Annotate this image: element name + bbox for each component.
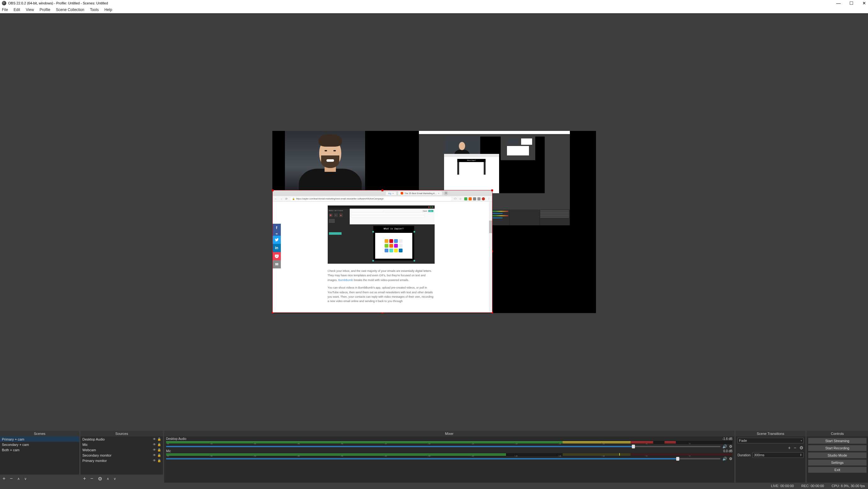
menu-scene-collection[interactable]: Scene Collection [56, 7, 84, 12]
source-webcam[interactable] [272, 131, 388, 191]
source-item[interactable]: Webcam 👁🔒 [81, 447, 163, 453]
studio-mode-button[interactable]: Studio Mode [808, 452, 867, 458]
mixer-dock: Mixer Desktop Audio -1.6 dB [164, 431, 734, 483]
menu-bar: File Edit View Profile Scene Collection … [0, 6, 868, 13]
duration-label: Duration [738, 453, 751, 457]
facebook-icon: f [273, 224, 281, 232]
url-text: https://zapier.com/learn/email-marketing… [296, 198, 384, 200]
browser-tab: ing× [386, 192, 396, 195]
sources-list[interactable]: Desktop Audio 👁🔒 Mic 👁🔒 Webcam 👁🔒 Second… [81, 436, 163, 474]
status-rec: REC: 00:00:00 [801, 484, 824, 488]
lock-icon[interactable]: 🔒 [157, 459, 161, 462]
menu-edit[interactable]: Edit [13, 7, 20, 12]
menu-tools[interactable]: Tools [90, 7, 99, 12]
scenes-header: Scenes [0, 431, 79, 436]
lock-icon[interactable]: 🔒 [157, 443, 161, 446]
menu-help[interactable]: Help [104, 7, 112, 12]
start-streaming-button[interactable]: Start Streaming [808, 438, 867, 444]
minimize-icon[interactable]: — [836, 1, 841, 6]
facebook-count: 42 [273, 232, 281, 236]
mixer-channel: Mic 0.0 dB -60-55-50-45-40-35-30-25-20-1… [166, 449, 733, 461]
channel-db: 0.0 dB [723, 449, 733, 453]
scenes-dock: Scenes Primary + cam Secondary + cam Bot… [0, 431, 79, 483]
scene-item[interactable]: Both + cam [0, 447, 79, 453]
maximize-icon[interactable]: ☐ [849, 1, 854, 6]
obs-logo-icon [2, 1, 6, 5]
add-scene-icon[interactable]: + [2, 476, 5, 482]
transitions-dock: Scene Transitions Fade ▾ + − ⚙ Duration … [736, 431, 805, 483]
add-transition-icon[interactable]: + [788, 445, 790, 450]
volume-slider[interactable] [166, 446, 720, 447]
duration-spinner[interactable]: 300ms ▲▼ [752, 452, 804, 458]
remove-source-icon[interactable]: − [90, 476, 93, 482]
source-up-icon[interactable]: ∧ [106, 477, 109, 481]
source-item[interactable]: Primary monitor 👁🔒 [81, 458, 163, 463]
resize-handle[interactable] [272, 190, 274, 191]
scrollbar [489, 202, 492, 313]
lock-icon: 🔒 [292, 198, 295, 200]
gear-icon[interactable]: ⚙ [729, 444, 733, 449]
audio-meter: -60-55-50-45-40-35-30-25-20-15-10-50 [166, 441, 733, 444]
forward-icon: → [280, 197, 283, 200]
source-properties-icon[interactable]: ⚙ [98, 476, 102, 482]
scene-up-icon[interactable]: ∧ [17, 477, 20, 481]
eye-icon[interactable]: 👁 [153, 454, 156, 457]
remove-transition-icon[interactable]: − [794, 445, 796, 450]
scene-down-icon[interactable]: ∨ [24, 477, 27, 481]
exit-button[interactable]: Exit [808, 467, 867, 473]
menu-file[interactable]: File [2, 7, 8, 12]
channel-name: Desktop Audio [166, 437, 186, 440]
scenes-list[interactable]: Primary + cam Secondary + cam Both + cam [0, 436, 79, 474]
mixer-header: Mixer [164, 431, 734, 436]
window-title: OBS 22.0.2 (64-bit, windows) - Profile: … [8, 1, 108, 5]
sources-dock: Sources Desktop Audio 👁🔒 Mic 👁🔒 Webcam 👁… [81, 431, 163, 483]
eye-icon[interactable]: 👁 [153, 448, 156, 452]
scene-item[interactable]: Secondary + cam [0, 442, 79, 447]
eye-icon[interactable]: 👁 [153, 459, 156, 462]
source-item[interactable]: Secondary monitor 👁🔒 [81, 453, 163, 458]
lock-icon[interactable]: 🔒 [157, 437, 161, 441]
settings-button[interactable]: Settings [808, 459, 867, 466]
speaker-icon[interactable]: 🔊 [722, 457, 727, 461]
source-item[interactable]: Desktop Audio 👁🔒 [81, 436, 163, 442]
linkedin-icon: in [273, 244, 281, 252]
source-item[interactable]: Mic 👁🔒 [81, 442, 163, 447]
source-down-icon[interactable]: ∨ [114, 477, 116, 481]
close-icon[interactable]: ✕ [862, 1, 866, 6]
preview-area[interactable]: What is Zapier? [0, 13, 868, 431]
resize-handle[interactable] [381, 190, 383, 191]
status-bar: LIVE: 00:00:00 REC: 00:00:00 CPU: 8.9%, … [0, 483, 868, 489]
transition-gear-icon[interactable]: ⚙ [800, 445, 804, 450]
preview-canvas[interactable]: What is Zapier? [272, 131, 596, 313]
scene-item[interactable]: Primary + cam [0, 436, 79, 442]
volume-slider[interactable] [166, 458, 720, 459]
back-icon: ← [275, 197, 277, 200]
resize-handle[interactable] [491, 190, 493, 191]
status-cpu: CPU: 8.9%, 30.00 fps [832, 484, 865, 488]
transitions-header: Scene Transitions [736, 431, 805, 436]
twitter-icon [273, 236, 281, 244]
email-icon: ✉ [273, 260, 281, 268]
window-titlebar: OBS 22.0.2 (64-bit, windows) - Profile: … [0, 0, 868, 6]
start-recording-button[interactable]: Start Recording [808, 445, 867, 451]
source-primary-monitor[interactable]: ing× The 25 Best Email Marketing A… × + … [272, 190, 493, 313]
channel-db: -1.6 dB [722, 437, 733, 440]
gear-icon[interactable]: ⚙ [729, 457, 733, 461]
reload-icon: ⟳ [285, 197, 288, 200]
transition-select[interactable]: Fade ▾ [738, 438, 804, 443]
speaker-icon[interactable]: 🔊 [722, 444, 727, 449]
remove-scene-icon[interactable]: − [10, 476, 12, 482]
add-source-icon[interactable]: + [83, 476, 86, 482]
eye-icon[interactable]: 👁 [153, 437, 156, 441]
status-live: LIVE: 00:00:00 [771, 484, 794, 488]
menu-profile[interactable]: Profile [40, 7, 50, 12]
lock-icon[interactable]: 🔒 [157, 454, 161, 457]
pocket-icon [273, 252, 281, 260]
controls-dock: Controls Start Streaming Start Recording… [807, 431, 868, 483]
chevron-down-icon[interactable]: ▼ [800, 455, 802, 456]
menu-view[interactable]: View [26, 7, 34, 12]
audio-meter: -60-55-50-45-40-35-30-25-20-15-10-50 [166, 453, 733, 456]
eye-icon[interactable]: 👁 [153, 443, 156, 446]
controls-header: Controls [807, 431, 868, 436]
lock-icon[interactable]: 🔒 [157, 448, 161, 452]
